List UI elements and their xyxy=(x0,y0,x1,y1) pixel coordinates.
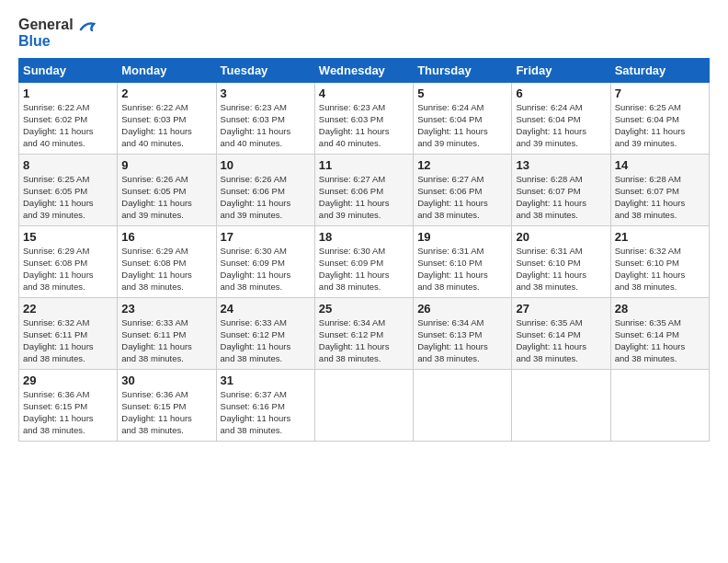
calendar-week-2: 8Sunrise: 6:25 AM Sunset: 6:05 PM Daylig… xyxy=(19,155,710,226)
day-info: Sunrise: 6:32 AM Sunset: 6:11 PM Dayligh… xyxy=(23,317,113,364)
day-number: 5 xyxy=(417,86,507,100)
calendar-cell: 13Sunrise: 6:28 AM Sunset: 6:07 PM Dayli… xyxy=(512,155,610,226)
day-info: Sunrise: 6:23 AM Sunset: 6:03 PM Dayligh… xyxy=(221,102,311,149)
calendar-cell: 25Sunrise: 6:34 AM Sunset: 6:12 PM Dayli… xyxy=(314,298,413,370)
calendar-cell: 19Sunrise: 6:31 AM Sunset: 6:10 PM Dayli… xyxy=(414,226,512,298)
day-number: 16 xyxy=(121,230,211,244)
day-number: 24 xyxy=(221,302,311,316)
calendar-cell: 28Sunrise: 6:35 AM Sunset: 6:14 PM Dayli… xyxy=(610,298,709,370)
day-info: Sunrise: 6:27 AM Sunset: 6:06 PM Dayligh… xyxy=(417,174,507,221)
calendar-cell: 15Sunrise: 6:29 AM Sunset: 6:08 PM Dayli… xyxy=(19,226,118,298)
day-info: Sunrise: 6:31 AM Sunset: 6:10 PM Dayligh… xyxy=(417,246,507,293)
day-info: Sunrise: 6:36 AM Sunset: 6:15 PM Dayligh… xyxy=(121,389,211,436)
page: General Blue SundayMondayTuesdayWednesda… xyxy=(0,0,728,563)
day-info: Sunrise: 6:24 AM Sunset: 6:04 PM Dayligh… xyxy=(516,102,606,149)
day-info: Sunrise: 6:33 AM Sunset: 6:11 PM Dayligh… xyxy=(121,317,211,364)
calendar-week-5: 29Sunrise: 6:36 AM Sunset: 6:15 PM Dayli… xyxy=(19,370,710,442)
day-info: Sunrise: 6:32 AM Sunset: 6:10 PM Dayligh… xyxy=(615,246,705,293)
calendar-cell xyxy=(414,370,512,442)
day-number: 17 xyxy=(221,230,311,244)
day-info: Sunrise: 6:28 AM Sunset: 6:07 PM Dayligh… xyxy=(516,174,606,221)
day-number: 12 xyxy=(417,158,507,172)
col-header-thursday: Thursday xyxy=(414,59,512,83)
day-number: 29 xyxy=(23,373,113,387)
calendar-cell: 20Sunrise: 6:31 AM Sunset: 6:10 PM Dayli… xyxy=(512,226,610,298)
day-info: Sunrise: 6:34 AM Sunset: 6:12 PM Dayligh… xyxy=(319,317,409,364)
calendar-cell: 8Sunrise: 6:25 AM Sunset: 6:05 PM Daylig… xyxy=(19,155,118,226)
day-number: 11 xyxy=(319,158,409,172)
day-number: 13 xyxy=(516,158,606,172)
calendar-cell: 16Sunrise: 6:29 AM Sunset: 6:08 PM Dayli… xyxy=(118,226,216,298)
calendar-cell: 29Sunrise: 6:36 AM Sunset: 6:15 PM Dayli… xyxy=(19,370,118,442)
day-number: 6 xyxy=(516,86,606,100)
day-number: 19 xyxy=(417,230,507,244)
calendar-cell: 5Sunrise: 6:24 AM Sunset: 6:04 PM Daylig… xyxy=(414,83,512,155)
day-info: Sunrise: 6:30 AM Sunset: 6:09 PM Dayligh… xyxy=(221,246,311,293)
day-info: Sunrise: 6:25 AM Sunset: 6:05 PM Dayligh… xyxy=(23,174,113,221)
day-number: 1 xyxy=(23,86,113,100)
calendar-cell: 22Sunrise: 6:32 AM Sunset: 6:11 PM Dayli… xyxy=(19,298,118,370)
calendar-cell: 24Sunrise: 6:33 AM Sunset: 6:12 PM Dayli… xyxy=(216,298,314,370)
day-info: Sunrise: 6:22 AM Sunset: 6:03 PM Dayligh… xyxy=(121,102,211,149)
calendar-cell: 9Sunrise: 6:26 AM Sunset: 6:05 PM Daylig… xyxy=(118,155,216,226)
day-info: Sunrise: 6:36 AM Sunset: 6:15 PM Dayligh… xyxy=(23,389,113,436)
day-info: Sunrise: 6:35 AM Sunset: 6:14 PM Dayligh… xyxy=(615,317,705,364)
col-header-friday: Friday xyxy=(512,59,610,83)
logo: General Blue xyxy=(18,17,96,49)
day-number: 22 xyxy=(23,302,113,316)
day-info: Sunrise: 6:28 AM Sunset: 6:07 PM Dayligh… xyxy=(615,174,705,221)
day-number: 4 xyxy=(319,86,409,100)
day-number: 30 xyxy=(121,373,211,387)
day-info: Sunrise: 6:30 AM Sunset: 6:09 PM Dayligh… xyxy=(319,246,409,293)
day-info: Sunrise: 6:22 AM Sunset: 6:02 PM Dayligh… xyxy=(23,102,113,149)
calendar-header-row: SundayMondayTuesdayWednesdayThursdayFrid… xyxy=(19,59,710,83)
day-number: 31 xyxy=(221,373,311,387)
calendar-cell: 26Sunrise: 6:34 AM Sunset: 6:13 PM Dayli… xyxy=(414,298,512,370)
day-number: 15 xyxy=(23,230,113,244)
day-number: 18 xyxy=(319,230,409,244)
header: General Blue xyxy=(18,17,710,49)
calendar-week-4: 22Sunrise: 6:32 AM Sunset: 6:11 PM Dayli… xyxy=(19,298,710,370)
day-number: 28 xyxy=(615,302,705,316)
day-number: 27 xyxy=(516,302,606,316)
calendar-cell: 30Sunrise: 6:36 AM Sunset: 6:15 PM Dayli… xyxy=(118,370,216,442)
calendar-cell: 14Sunrise: 6:28 AM Sunset: 6:07 PM Dayli… xyxy=(610,155,709,226)
calendar-cell: 17Sunrise: 6:30 AM Sunset: 6:09 PM Dayli… xyxy=(216,226,314,298)
day-info: Sunrise: 6:26 AM Sunset: 6:05 PM Dayligh… xyxy=(121,174,211,221)
day-number: 23 xyxy=(121,302,211,316)
calendar-cell: 18Sunrise: 6:30 AM Sunset: 6:09 PM Dayli… xyxy=(314,226,413,298)
calendar-cell: 11Sunrise: 6:27 AM Sunset: 6:06 PM Dayli… xyxy=(314,155,413,226)
calendar-cell: 27Sunrise: 6:35 AM Sunset: 6:14 PM Dayli… xyxy=(512,298,610,370)
day-info: Sunrise: 6:33 AM Sunset: 6:12 PM Dayligh… xyxy=(221,317,311,364)
day-number: 9 xyxy=(121,158,211,172)
logo-swoosh xyxy=(79,20,96,31)
col-header-wednesday: Wednesday xyxy=(314,59,413,83)
day-number: 10 xyxy=(221,158,311,172)
day-number: 2 xyxy=(121,86,211,100)
day-number: 7 xyxy=(615,86,705,100)
day-info: Sunrise: 6:24 AM Sunset: 6:04 PM Dayligh… xyxy=(417,102,507,149)
day-info: Sunrise: 6:27 AM Sunset: 6:06 PM Dayligh… xyxy=(319,174,409,221)
calendar: SundayMondayTuesdayWednesdayThursdayFrid… xyxy=(18,58,710,442)
day-info: Sunrise: 6:37 AM Sunset: 6:16 PM Dayligh… xyxy=(221,389,311,436)
day-number: 14 xyxy=(615,158,705,172)
day-info: Sunrise: 6:35 AM Sunset: 6:14 PM Dayligh… xyxy=(516,317,606,364)
calendar-cell: 12Sunrise: 6:27 AM Sunset: 6:06 PM Dayli… xyxy=(414,155,512,226)
calendar-cell: 10Sunrise: 6:26 AM Sunset: 6:06 PM Dayli… xyxy=(216,155,314,226)
day-number: 20 xyxy=(516,230,606,244)
calendar-cell: 7Sunrise: 6:25 AM Sunset: 6:04 PM Daylig… xyxy=(610,83,709,155)
calendar-cell: 2Sunrise: 6:22 AM Sunset: 6:03 PM Daylig… xyxy=(118,83,216,155)
col-header-sunday: Sunday xyxy=(19,59,118,83)
day-number: 25 xyxy=(319,302,409,316)
calendar-cell: 31Sunrise: 6:37 AM Sunset: 6:16 PM Dayli… xyxy=(216,370,314,442)
day-info: Sunrise: 6:29 AM Sunset: 6:08 PM Dayligh… xyxy=(23,246,113,293)
day-info: Sunrise: 6:26 AM Sunset: 6:06 PM Dayligh… xyxy=(221,174,311,221)
day-number: 26 xyxy=(417,302,507,316)
calendar-cell xyxy=(314,370,413,442)
calendar-cell xyxy=(512,370,610,442)
calendar-cell: 3Sunrise: 6:23 AM Sunset: 6:03 PM Daylig… xyxy=(216,83,314,155)
logo-general: General xyxy=(18,17,96,33)
logo-blue: Blue xyxy=(18,33,96,50)
day-number: 21 xyxy=(615,230,705,244)
day-info: Sunrise: 6:34 AM Sunset: 6:13 PM Dayligh… xyxy=(417,317,507,364)
